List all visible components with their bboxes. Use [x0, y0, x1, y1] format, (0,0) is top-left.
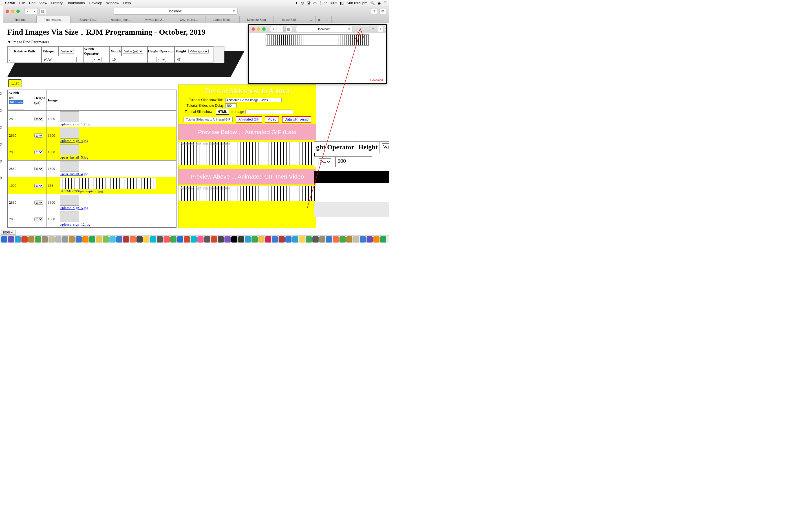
- tab[interactable]: why_otl.jpg...: [172, 16, 206, 23]
- menu-history[interactable]: History: [51, 1, 62, 5]
- dock-app-icon[interactable]: [96, 236, 102, 242]
- share-button[interactable]: ⇪: [371, 8, 378, 14]
- datauri-button[interactable]: Data URI versio: [282, 116, 311, 122]
- minimize-window-icon[interactable]: [11, 10, 14, 13]
- minimize-window-icon[interactable]: [257, 27, 260, 31]
- height-select[interactable]: Value (px): [188, 49, 209, 54]
- dock-app-icon[interactable]: [380, 236, 386, 242]
- dock-app-icon[interactable]: [191, 236, 197, 242]
- menu-file[interactable]: File: [19, 1, 25, 5]
- dock-app-icon[interactable]: [340, 236, 346, 242]
- dock-app-icon[interactable]: [75, 236, 82, 242]
- x-select[interactable]: x: [35, 217, 43, 221]
- reload-icon[interactable]: ⟳: [348, 27, 350, 31]
- tab[interactable]: Metcalfe Blog: [240, 16, 273, 23]
- address-bar[interactable]: localhost ⟳: [114, 8, 238, 15]
- tab[interactable]: Find Ima: [3, 16, 37, 23]
- sidebar-button[interactable]: ▥: [285, 26, 292, 32]
- dock-app-icon[interactable]: [42, 236, 48, 242]
- image-link[interactable]: ./please_sign_5.jpg: [60, 206, 88, 210]
- widthop-select[interactable]: >=: [92, 57, 102, 62]
- dock-app-icon[interactable]: [8, 236, 14, 242]
- dock-app-icon[interactable]: [353, 236, 359, 242]
- image-link[interactable]: ./please_sign_12.jpg: [60, 222, 90, 226]
- image-link[interactable]: ./please_sign_13.jpg: [60, 122, 90, 126]
- dock-app-icon[interactable]: [197, 236, 204, 242]
- tab[interactable]: James Metc...: [206, 16, 240, 23]
- menu-help[interactable]: Help: [123, 1, 131, 5]
- dock-app-icon[interactable]: [163, 236, 170, 242]
- zoom-window-icon[interactable]: [16, 10, 20, 13]
- x-select[interactable]: x: [35, 167, 43, 171]
- dock-app-icon[interactable]: [137, 236, 143, 242]
- gif-create-button[interactable]: Gif Create: [9, 100, 23, 104]
- dock-app-icon[interactable]: [35, 236, 41, 242]
- tab[interactable]: | Search Re...: [70, 16, 104, 23]
- dock-app-icon[interactable]: [366, 236, 373, 242]
- filespec-select[interactable]: Value: [60, 49, 74, 54]
- app-name[interactable]: Safari: [5, 1, 15, 5]
- dock-app-icon[interactable]: [184, 236, 190, 242]
- dock-app-icon[interactable]: [109, 236, 116, 242]
- status-icon[interactable]: ◎: [301, 1, 304, 5]
- tab[interactable]: /please_sign...: [104, 16, 138, 23]
- menu-bookmarks[interactable]: Bookmarks: [66, 1, 85, 5]
- menu-window[interactable]: Window: [106, 1, 119, 5]
- dock-app-icon[interactable]: [69, 236, 75, 242]
- width-select[interactable]: Value (px): [123, 49, 143, 54]
- dock-app-icon[interactable]: [299, 236, 305, 242]
- width-input[interactable]: [111, 57, 122, 62]
- dock-app-icon[interactable]: [312, 236, 319, 242]
- clock[interactable]: Sun 6:09 pm: [347, 1, 367, 5]
- menu-view[interactable]: View: [40, 1, 47, 5]
- dock-app-icon[interactable]: [177, 236, 183, 242]
- dock-app-icon[interactable]: [143, 236, 149, 242]
- menu-edit[interactable]: Edit: [29, 1, 35, 5]
- mode-html-button[interactable]: HTML: [216, 109, 229, 115]
- dock-app-icon[interactable]: [319, 236, 325, 242]
- dock-app-icon[interactable]: [252, 236, 258, 242]
- close-window-icon[interactable]: [252, 27, 255, 31]
- dock-app-icon[interactable]: [218, 236, 224, 242]
- status-icon[interactable]: ✦: [295, 1, 298, 5]
- x-select[interactable]: x: [35, 150, 43, 154]
- tab[interactable]: Find Images...: [37, 16, 70, 23]
- dock-app-icon[interactable]: [238, 236, 244, 242]
- dock-app-icon[interactable]: [333, 236, 339, 242]
- dock-app-icon[interactable]: [258, 236, 264, 242]
- dock-app-icon[interactable]: [130, 236, 136, 242]
- new-tab-button[interactable]: +: [378, 26, 384, 32]
- dock-app-icon[interactable]: [346, 236, 352, 242]
- tab[interactable]: ...: [307, 16, 316, 23]
- dock-app-icon[interactable]: [28, 236, 35, 242]
- x-select[interactable]: x: [35, 117, 43, 121]
- zoom-indicator[interactable]: 100% ▾: [1, 230, 16, 235]
- filespec-input[interactable]: [43, 57, 77, 62]
- dock-app-icon[interactable]: [150, 236, 156, 242]
- dock-app-icon[interactable]: [326, 236, 332, 242]
- dock-app-icon[interactable]: [15, 236, 21, 242]
- to-animgif-button[interactable]: Tutorial Slideshow to Animated GIF: [184, 117, 233, 122]
- image-link[interactable]: ./please_sign_4.jpg: [60, 138, 88, 143]
- menu-icon[interactable]: ☰: [384, 1, 387, 5]
- dock-app-icon[interactable]: [55, 236, 61, 242]
- width-filter-input[interactable]: [9, 105, 24, 110]
- new-tab-button[interactable]: +: [324, 16, 332, 23]
- forward-button[interactable]: ›: [277, 26, 284, 32]
- close-window-icon[interactable]: [6, 10, 9, 13]
- back-button[interactable]: ‹: [24, 8, 31, 14]
- dock-app-icon[interactable]: [360, 236, 366, 242]
- dock-app-icon[interactable]: [1, 236, 7, 242]
- height-input[interactable]: [176, 57, 187, 62]
- dock-app-icon[interactable]: [82, 236, 89, 242]
- x-select[interactable]: x: [35, 201, 43, 205]
- bg-height-input[interactable]: [338, 158, 366, 164]
- dock-app-icon[interactable]: [306, 236, 312, 242]
- airplay-icon[interactable]: ▭: [313, 1, 317, 5]
- wifi-icon[interactable]: ⌔: [324, 1, 327, 5]
- bg-valu-select[interactable]: Valu: [382, 144, 389, 150]
- x-select[interactable]: x: [35, 184, 43, 188]
- download-label[interactable]: Download: [370, 78, 383, 82]
- image-link[interactable]: ./pear_install_4.jpg: [60, 172, 88, 176]
- dock-app-icon[interactable]: [170, 236, 176, 242]
